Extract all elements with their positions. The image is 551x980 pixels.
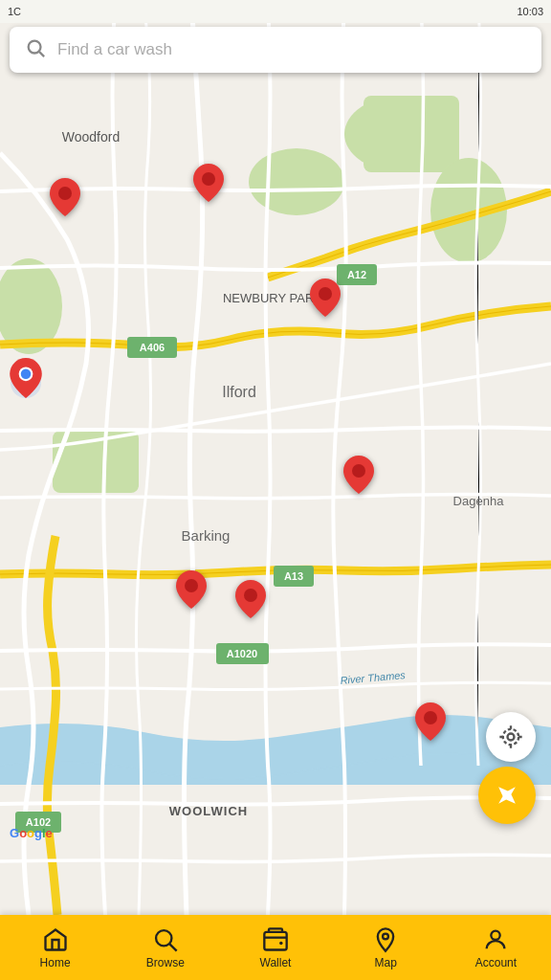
map-pin-6[interactable] xyxy=(235,580,266,622)
svg-point-41 xyxy=(156,930,171,946)
svg-text:WOOLWICH: WOOLWICH xyxy=(169,804,248,818)
svg-point-32 xyxy=(319,287,332,301)
status-right: 10:03 xyxy=(517,6,543,17)
search-icon xyxy=(25,37,46,63)
svg-text:A1020: A1020 xyxy=(227,648,257,659)
svg-rect-4 xyxy=(364,96,459,172)
map-pin-1[interactable] xyxy=(50,178,80,220)
nav-item-account[interactable]: Account xyxy=(441,915,551,980)
svg-point-45 xyxy=(383,933,388,939)
nav-label-wallet: Wallet xyxy=(260,956,292,969)
svg-point-0 xyxy=(29,40,41,53)
status-left: 1C xyxy=(8,6,21,17)
nav-item-home[interactable]: Home xyxy=(0,915,110,980)
svg-point-30 xyxy=(58,187,72,200)
map-pin-5[interactable] xyxy=(176,570,207,612)
current-location xyxy=(11,368,41,398)
svg-text:A406: A406 xyxy=(140,342,165,353)
nav-item-map[interactable]: Map xyxy=(331,915,441,980)
navigate-button[interactable] xyxy=(478,767,536,824)
svg-point-46 xyxy=(492,930,500,939)
svg-text:Ilford: Ilford xyxy=(222,384,256,400)
map-background: A406 A12 A13 A1020 A102 Woodford NEWBURY… xyxy=(0,0,551,915)
google-watermark: Google xyxy=(10,826,53,840)
map-pin-2[interactable] xyxy=(193,164,224,206)
status-bar: 1C 10:03 xyxy=(0,0,551,23)
svg-text:Woodford: Woodford xyxy=(62,129,120,145)
svg-point-44 xyxy=(279,941,283,945)
nav-label-home: Home xyxy=(40,956,71,969)
nav-item-wallet[interactable]: Wallet xyxy=(220,915,330,980)
svg-point-31 xyxy=(202,172,215,186)
search-placeholder: Find a car wash xyxy=(57,40,172,59)
search-bar-container: Find a car wash xyxy=(10,27,541,73)
svg-point-33 xyxy=(352,464,365,478)
svg-point-35 xyxy=(244,589,257,602)
svg-point-38 xyxy=(21,369,32,380)
svg-text:Dagenha: Dagenha xyxy=(453,494,505,508)
svg-text:Barking: Barking xyxy=(182,527,231,544)
svg-point-36 xyxy=(424,711,437,724)
svg-line-42 xyxy=(169,944,177,951)
svg-point-40 xyxy=(503,729,518,745)
nav-label-account: Account xyxy=(475,956,517,969)
svg-rect-43 xyxy=(264,931,286,949)
svg-point-34 xyxy=(185,579,198,592)
search-bar[interactable]: Find a car wash xyxy=(10,27,541,73)
location-button[interactable] xyxy=(486,712,536,762)
nav-label-map: Map xyxy=(375,956,397,969)
svg-text:NEWBURY PARK: NEWBURY PARK xyxy=(223,291,322,305)
map-area[interactable]: A406 A12 A13 A1020 A102 Woodford NEWBURY… xyxy=(0,0,551,915)
nav-label-browse: Browse xyxy=(146,956,185,969)
nav-item-browse[interactable]: Browse xyxy=(110,915,220,980)
svg-point-39 xyxy=(508,734,515,741)
map-pin-4[interactable] xyxy=(343,456,374,498)
bottom-nav: Home Browse Wallet Map Account xyxy=(0,915,551,980)
map-pin-7[interactable] xyxy=(415,702,446,745)
map-pin-3[interactable] xyxy=(310,278,341,321)
svg-text:A12: A12 xyxy=(347,269,366,280)
svg-line-1 xyxy=(39,52,44,56)
svg-text:A13: A13 xyxy=(284,570,303,582)
svg-point-9 xyxy=(249,148,344,215)
